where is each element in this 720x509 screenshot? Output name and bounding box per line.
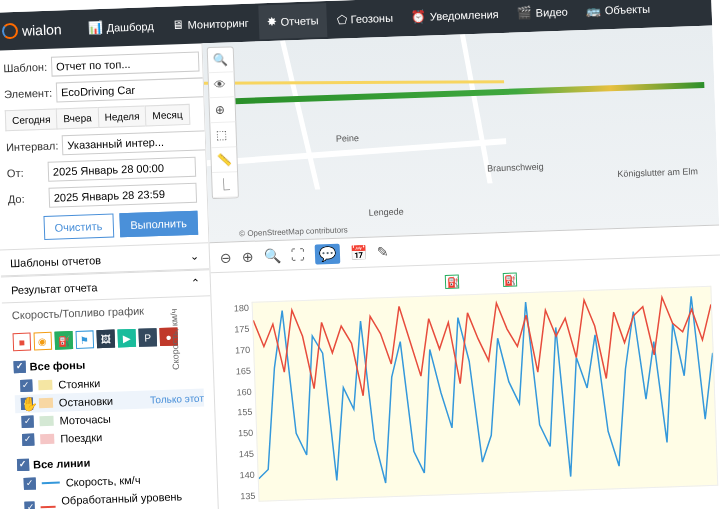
y-axis-label: Скорость, км/ч <box>169 308 181 369</box>
scale-icon[interactable]: ⎿ <box>212 172 238 198</box>
color-swatch <box>39 398 53 408</box>
legend-label: Моточасы <box>59 413 111 427</box>
video-icon[interactable]: ▶ <box>117 329 136 348</box>
calendar-icon[interactable]: 📅 <box>350 244 368 261</box>
ruler-icon[interactable]: 📏 <box>211 147 237 173</box>
target-icon[interactable]: ⊕ <box>209 97 235 123</box>
video-icon: 🎬 <box>516 6 531 21</box>
legend-label: Поездки <box>60 431 102 444</box>
nav-label: Уведомления <box>430 8 499 22</box>
nav-geozones[interactable]: ⬠Геозоны <box>328 0 402 37</box>
map[interactable]: 🔍 👁 ⊕ ⬚ 📏 ⎿ Peine Braunschweig Königslut… <box>203 26 720 244</box>
section-label: Результат отчета <box>11 281 98 296</box>
nav-monitoring[interactable]: 🖥Мониторинг <box>163 5 257 42</box>
legend-label: Скорость, км/ч <box>66 474 141 489</box>
image-icon[interactable]: 🖼 <box>96 330 115 349</box>
template-label: Шаблон: <box>3 61 47 75</box>
map-tools: 🔍 👁 ⊕ ⬚ 📏 ⎿ <box>207 46 239 199</box>
edit-icon[interactable]: ✎ <box>377 243 390 259</box>
reports-icon: ✸ <box>266 15 276 29</box>
objects-icon: 🚌 <box>586 3 601 18</box>
checkbox[interactable] <box>22 433 34 445</box>
nav-label: Отчеты <box>280 14 318 27</box>
period-week[interactable]: Неделя <box>97 105 146 128</box>
all-bg-label: Все фоны <box>30 359 86 373</box>
color-swatch <box>38 380 52 390</box>
period-today[interactable]: Сегодня <box>5 109 57 132</box>
zoom-in-icon[interactable]: ⊕ <box>242 248 255 264</box>
nav-reports[interactable]: ✸Отчеты <box>258 3 327 39</box>
from-label: От: <box>7 166 44 179</box>
element-label: Элемент: <box>4 87 52 101</box>
chart-area: ⛽ ⛽ Скорость, км/ч 180175170165160155150… <box>211 255 720 509</box>
map-city-label: Königslutter am Elm <box>617 166 698 179</box>
checkbox[interactable] <box>21 415 33 427</box>
parking-icon[interactable]: P <box>138 328 157 347</box>
checkbox[interactable] <box>14 361 26 373</box>
checkbox[interactable] <box>24 502 35 509</box>
nav-objects[interactable]: 🚌Объекты <box>577 0 659 28</box>
legend-label: Остановки <box>59 395 113 409</box>
chevron-down-icon: ⌄ <box>190 250 199 263</box>
content-area: 🔍 👁 ⊕ ⬚ 📏 ⎿ Peine Braunschweig Königslut… <box>203 26 720 509</box>
fuel-marker-icon: ⛽ <box>502 273 516 287</box>
eye-icon[interactable]: 👁 <box>209 72 235 98</box>
filter-icon[interactable]: ◉ <box>34 332 53 351</box>
chevron-up-icon: ⌃ <box>191 277 200 290</box>
filter-icon[interactable]: ■ <box>13 333 32 352</box>
line-swatch <box>42 482 60 485</box>
dashboard-icon: 📊 <box>87 21 102 36</box>
bell-icon: ⏰ <box>411 10 426 25</box>
period-month[interactable]: Месяц <box>145 104 190 127</box>
chart-plot[interactable]: 180175170165160155150145140135 <box>252 286 719 502</box>
logo-icon <box>2 23 19 40</box>
nav-video[interactable]: 🎬Видео <box>508 0 576 31</box>
chart-lines <box>253 287 718 501</box>
svg-line-1 <box>282 39 329 193</box>
checkbox[interactable] <box>24 477 36 489</box>
messages-icon[interactable]: 💬 <box>315 243 341 264</box>
fuel-icon[interactable]: ⛽ <box>55 331 74 350</box>
geozones-icon: ⬠ <box>336 12 346 26</box>
cursor-icon: ✋ <box>21 395 39 412</box>
nav-label: Мониторинг <box>187 17 248 31</box>
zoom-fit-icon[interactable]: 🔍 <box>264 247 282 264</box>
nav-dashboard[interactable]: 📊Дашборд <box>79 9 162 46</box>
nav-label: Дашборд <box>106 20 153 34</box>
sidebar: Шаблон: ⌄ 🔧 Элемент: ⌄ 🔧 Сегодня Вчера Н… <box>0 43 219 509</box>
color-swatch <box>39 416 53 426</box>
clear-button[interactable]: Очистить <box>43 214 114 240</box>
element-select[interactable] <box>56 77 205 102</box>
line-swatch <box>41 506 56 509</box>
interval-label: Интервал: <box>6 139 59 153</box>
logo: wialon <box>2 21 62 39</box>
all-lines-label: Все линии <box>33 457 91 471</box>
flag-icon[interactable]: ⚑ <box>75 330 94 349</box>
map-attribution: © OpenStreetMap contributors <box>239 225 348 238</box>
zoom-out-icon[interactable]: ⊖ <box>220 249 233 265</box>
period-tabs: Сегодня Вчера Неделя Месяц <box>5 104 195 132</box>
fullscreen-icon[interactable]: ⛶ <box>291 246 306 262</box>
template-select[interactable] <box>51 52 200 77</box>
legend-label: Обработанный уровень топлива,... <box>61 489 208 509</box>
monitoring-icon: 🖥 <box>171 18 183 32</box>
main-area: Шаблон: ⌄ 🔧 Элемент: ⌄ 🔧 Сегодня Вчера Н… <box>0 26 720 509</box>
only-this-link[interactable]: Только этот <box>150 392 204 405</box>
logo-text: wialon <box>22 21 62 38</box>
checkbox[interactable] <box>20 380 32 392</box>
nav-label: Геозоны <box>350 12 393 25</box>
run-button[interactable]: Выполнить <box>119 211 198 238</box>
layers-icon[interactable]: ⬚ <box>210 122 236 148</box>
checkbox[interactable] <box>17 459 29 471</box>
map-city-label: Braunschweig <box>487 162 544 174</box>
to-input[interactable] <box>48 183 197 208</box>
interval-select[interactable] <box>62 130 211 155</box>
nav-label: Объекты <box>605 3 651 17</box>
from-input[interactable] <box>48 157 197 182</box>
nav-notifications[interactable]: ⏰Уведомления <box>402 0 507 34</box>
color-swatch <box>40 434 54 444</box>
legend-label: Стоянки <box>58 377 100 390</box>
search-icon[interactable]: 🔍 <box>208 47 234 73</box>
period-yesterday[interactable]: Вчера <box>56 107 98 129</box>
map-city-label: Peine <box>336 133 359 144</box>
